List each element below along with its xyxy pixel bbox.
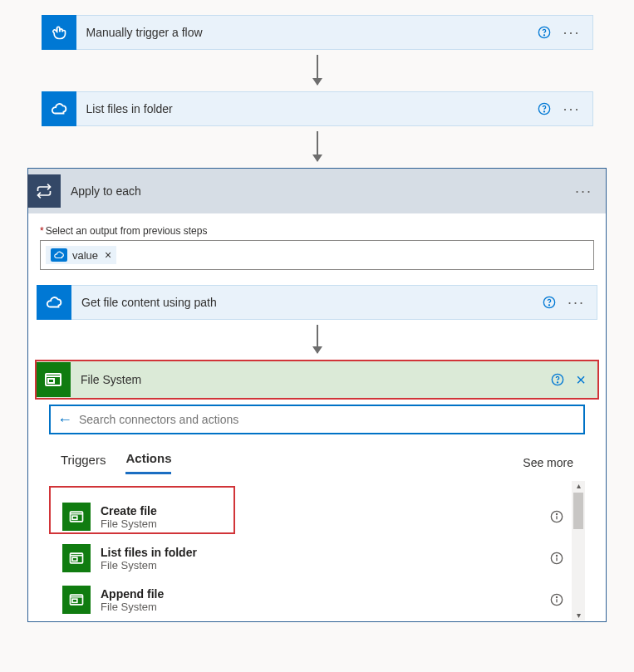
token-input[interactable]: value ×: [40, 240, 594, 270]
svg-rect-21: [72, 599, 77, 602]
token-chip-value[interactable]: value ×: [46, 246, 116, 264]
apply-title: Apply to each: [61, 184, 575, 198]
info-icon[interactable]: [550, 552, 563, 565]
action-picker-panel: ← Triggers Actions See more Create file …: [48, 405, 586, 621]
help-icon[interactable]: [538, 102, 551, 115]
more-menu-icon[interactable]: ···: [563, 25, 580, 40]
connector-arrow: [317, 325, 318, 353]
see-more-link[interactable]: See more: [523, 456, 573, 469]
action-title: Append file: [101, 587, 550, 601]
picker-tabs: Triggers Actions See more: [49, 434, 585, 481]
info-icon[interactable]: [550, 510, 563, 523]
help-icon[interactable]: [551, 373, 564, 386]
svg-rect-7: [48, 379, 54, 383]
trigger-card[interactable]: Manually trigger a flow ···: [42, 15, 593, 50]
list-files-title: List files in folder: [76, 102, 538, 115]
file-system-connector-card[interactable]: File System ×: [37, 361, 597, 398]
token-label: value: [72, 249, 98, 262]
action-list-files[interactable]: List files in folder File System: [56, 537, 582, 579]
manual-trigger-icon: [42, 15, 76, 50]
file-system-icon: [62, 544, 91, 572]
more-menu-icon[interactable]: ···: [575, 184, 606, 199]
help-icon[interactable]: [538, 26, 551, 39]
get-content-title: Get file content using path: [71, 296, 543, 309]
action-subtitle: File System: [101, 559, 550, 571]
tab-triggers[interactable]: Triggers: [61, 453, 106, 473]
action-create-file[interactable]: Create file File System: [56, 496, 582, 537]
svg-point-19: [556, 555, 557, 556]
file-system-icon: [62, 586, 91, 614]
action-subtitle: File System: [101, 601, 550, 613]
file-system-icon: [62, 503, 91, 531]
more-menu-icon[interactable]: ···: [563, 101, 580, 116]
svg-rect-11: [72, 516, 77, 519]
connector-arrow: [317, 55, 318, 85]
file-system-icon: [36, 362, 71, 397]
svg-point-3: [544, 111, 545, 112]
scroll-down-icon[interactable]: ▾: [573, 611, 583, 620]
help-icon[interactable]: [543, 296, 556, 309]
apply-header[interactable]: Apply to each ···: [28, 169, 606, 213]
search-row[interactable]: ←: [49, 405, 585, 434]
trigger-title: Manually trigger a flow: [76, 26, 538, 39]
action-subtitle: File System: [101, 517, 550, 530]
cloud-icon: [51, 248, 67, 262]
back-arrow-icon[interactable]: ←: [57, 411, 72, 429]
input-label: *Select an output from previous steps: [40, 225, 594, 237]
svg-point-5: [548, 305, 549, 306]
cloud-icon: [42, 91, 76, 126]
info-icon[interactable]: [550, 593, 563, 606]
search-input[interactable]: [79, 413, 577, 426]
svg-rect-16: [72, 557, 77, 561]
svg-point-9: [558, 382, 558, 383]
list-files-card[interactable]: List files in folder ···: [42, 91, 593, 126]
scroll-thumb[interactable]: [573, 493, 583, 529]
scroll-up-icon[interactable]: ▴: [573, 481, 583, 491]
tab-actions[interactable]: Actions: [125, 451, 171, 474]
file-system-title: File System: [71, 373, 551, 386]
action-append-file[interactable]: Append file File System: [56, 579, 582, 620]
remove-token-icon[interactable]: ×: [105, 248, 111, 262]
loop-icon: [27, 174, 61, 208]
svg-point-24: [556, 596, 557, 597]
more-menu-icon[interactable]: ···: [568, 295, 585, 310]
action-list: Create file File System List files in fo…: [49, 481, 585, 620]
action-title: List files in folder: [101, 546, 550, 559]
apply-to-each-container: Apply to each ··· *Select an output from…: [27, 168, 607, 622]
close-icon[interactable]: ×: [576, 371, 586, 388]
svg-point-1: [544, 35, 545, 36]
connector-arrow: [317, 131, 318, 161]
get-file-content-card[interactable]: Get file content using path ···: [37, 285, 597, 320]
scrollbar[interactable]: ▴ ▾: [572, 481, 585, 620]
action-title: Create file: [101, 504, 550, 517]
svg-point-14: [556, 513, 557, 514]
cloud-icon: [37, 285, 71, 320]
